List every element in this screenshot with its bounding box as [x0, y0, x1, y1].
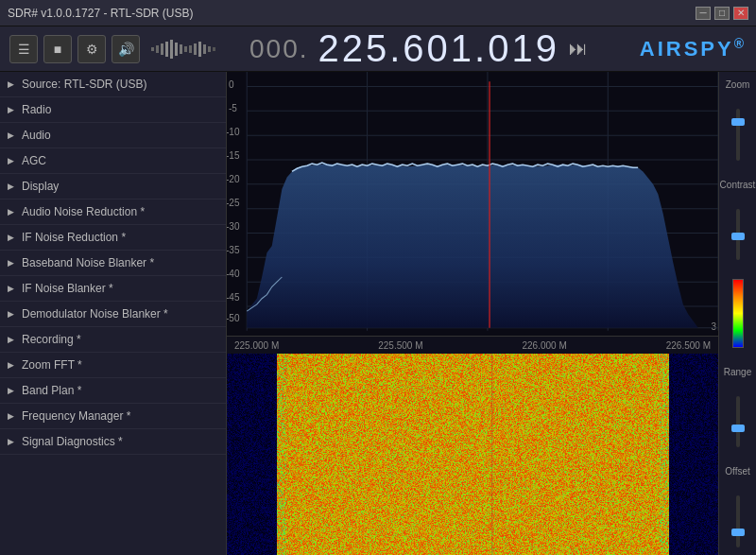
- sidebar-arrow: ▶: [8, 386, 14, 395]
- gear-icon: ⚙: [86, 42, 98, 57]
- sidebar-arrow: ▶: [8, 207, 14, 217]
- sidebar-arrow: ▶: [8, 284, 14, 293]
- zoom-thumb[interactable]: [731, 118, 745, 126]
- spectrum-area: 0 -5 -10 -15 -20 -25 -30 -35 -40 -45 -50…: [227, 72, 718, 555]
- audio-meter: [149, 36, 225, 62]
- svg-rect-0: [151, 47, 154, 51]
- x-label-2: 225.500 M: [378, 340, 422, 351]
- sidebar-label: IF Noise Blanker *: [22, 282, 113, 295]
- sidebar-label: Demodulator Noise Blanker *: [22, 307, 168, 321]
- frequency-main[interactable]: 225.601.019: [318, 27, 559, 70]
- sidebar-item-freq-manager[interactable]: ▶Frequency Manager *: [0, 404, 226, 429]
- airspy-logo: AIRSPY®: [640, 36, 747, 61]
- offset-slider[interactable]: [736, 495, 740, 547]
- audio-icon: 🔊: [118, 42, 134, 57]
- sidebar-label: Display: [22, 180, 59, 193]
- contrast-label: Contrast: [720, 180, 756, 190]
- titlebar-controls: ─ □ ✕: [696, 7, 748, 20]
- sidebar-label: Baseband Noise Blanker *: [22, 256, 154, 269]
- settings-button[interactable]: ⚙: [77, 35, 106, 63]
- sidebar-item-band-plan[interactable]: ▶Band Plan *: [0, 378, 226, 404]
- contrast-slider[interactable]: [736, 209, 740, 261]
- sidebar-label: AGC: [22, 154, 46, 167]
- menu-button[interactable]: ☰: [9, 35, 38, 63]
- sidebar: ▶Source: RTL-SDR (USB)▶Radio▶Audio▶AGC▶D…: [0, 72, 227, 555]
- svg-rect-1: [156, 45, 159, 53]
- sidebar-label: Radio: [22, 103, 51, 116]
- audio-button[interactable]: 🔊: [112, 35, 140, 63]
- sidebar-item-display[interactable]: ▶Display: [0, 174, 226, 199]
- svg-rect-8: [189, 45, 192, 53]
- sidebar-label: Signal Diagnostics *: [22, 435, 123, 448]
- sidebar-item-if-noise[interactable]: ▶IF Noise Reduction *: [0, 225, 226, 251]
- svg-rect-12: [208, 46, 211, 52]
- menu-icon: ☰: [18, 42, 30, 57]
- sidebar-arrow: ▶: [8, 309, 14, 319]
- sidebar-item-radio[interactable]: ▶Radio: [0, 97, 226, 123]
- range-thumb[interactable]: [731, 425, 745, 432]
- x-axis: 225.000 M 225.500 M 226.000 M 226.500 M: [227, 337, 718, 354]
- sidebar-label: Frequency Manager *: [22, 409, 130, 423]
- sidebar-label: Source: RTL-SDR (USB): [22, 78, 146, 91]
- maximize-button[interactable]: □: [714, 7, 730, 20]
- sidebar-arrow: ▶: [8, 335, 14, 344]
- range-label: Range: [724, 367, 751, 377]
- sidebar-item-recording[interactable]: ▶Recording *: [0, 327, 226, 353]
- svg-rect-13: [213, 47, 215, 51]
- sidebar-item-signal-diag[interactable]: ▶Signal Diagnostics *: [0, 429, 226, 455]
- offset-label: Offset: [725, 466, 750, 477]
- zoom-slider[interactable]: [736, 109, 740, 161]
- logo-text: AIRSPY: [640, 37, 734, 61]
- main-content: ▶Source: RTL-SDR (USB)▶Radio▶Audio▶AGC▶D…: [0, 72, 756, 555]
- svg-rect-11: [203, 44, 206, 54]
- waterfall: [227, 354, 718, 555]
- offset-thumb[interactable]: [731, 529, 745, 536]
- sidebar-label: Recording *: [22, 333, 81, 346]
- svg-rect-10: [198, 42, 201, 57]
- stop-button[interactable]: ■: [43, 35, 72, 63]
- sidebar-label: Zoom FFT *: [22, 358, 82, 372]
- waterfall-canvas: [227, 354, 718, 555]
- sidebar-arrow: ▶: [8, 233, 14, 242]
- sidebar-arrow: ▶: [8, 360, 14, 370]
- sidebar-item-source[interactable]: ▶Source: RTL-SDR (USB): [0, 72, 226, 97]
- spectrum-plot: 0 -5 -10 -15 -20 -25 -30 -35 -40 -45 -50…: [227, 72, 718, 337]
- svg-rect-7: [184, 46, 187, 52]
- sidebar-label: Band Plan *: [22, 384, 81, 397]
- x-label-1: 225.000 M: [234, 340, 279, 351]
- contrast-thumb[interactable]: [731, 233, 745, 240]
- sidebar-label: Audio Noise Reduction *: [22, 205, 145, 218]
- minimize-button[interactable]: ─: [696, 7, 711, 20]
- toolbar: ☰ ■ ⚙ 🔊 000. 225.601.019 ⏭: [0, 26, 756, 72]
- frequency-skip-button[interactable]: ⏭: [569, 38, 588, 60]
- svg-rect-2: [161, 43, 163, 55]
- x-label-4: 226.500 M: [666, 340, 711, 351]
- titlebar: SDR# v1.0.0.1727 - RTL-SDR (USB) ─ □ ✕: [0, 0, 756, 26]
- frequency-display: 000. 225.601.019 ⏭: [249, 27, 588, 70]
- sidebar-item-agc[interactable]: ▶AGC: [0, 148, 226, 174]
- zoom-label: Zoom: [726, 79, 750, 90]
- range-slider[interactable]: [736, 396, 740, 448]
- sidebar-item-demod-blanker[interactable]: ▶Demodulator Noise Blanker *: [0, 302, 226, 327]
- sidebar-arrow: ▶: [8, 258, 14, 268]
- logo-trademark: ®: [734, 36, 747, 51]
- sidebar-arrow: ▶: [8, 411, 14, 421]
- sidebar-arrow: ▶: [8, 79, 14, 89]
- sidebar-item-audio-noise[interactable]: ▶Audio Noise Reduction *: [0, 199, 226, 225]
- svg-rect-3: [165, 42, 168, 57]
- sidebar-item-if-blanker[interactable]: ▶IF Noise Blanker *: [0, 276, 226, 302]
- sidebar-item-audio[interactable]: ▶Audio: [0, 123, 226, 148]
- svg-rect-5: [175, 43, 178, 56]
- sidebar-item-baseband-blanker[interactable]: ▶Baseband Noise Blanker *: [0, 251, 226, 276]
- svg-rect-4: [170, 40, 173, 59]
- sidebar-label: Audio: [22, 129, 51, 142]
- svg-rect-6: [180, 44, 182, 54]
- sidebar-arrow: ▶: [8, 105, 14, 114]
- stop-icon: ■: [54, 42, 61, 57]
- titlebar-title: SDR# v1.0.0.1727 - RTL-SDR (USB): [8, 7, 194, 20]
- x-label-3: 226.000 M: [522, 340, 566, 351]
- frequency-prefix: 000.: [249, 34, 309, 64]
- close-button[interactable]: ✕: [733, 7, 748, 20]
- sidebar-arrow: ▶: [8, 182, 14, 191]
- sidebar-item-zoom-fft[interactable]: ▶Zoom FFT *: [0, 353, 226, 378]
